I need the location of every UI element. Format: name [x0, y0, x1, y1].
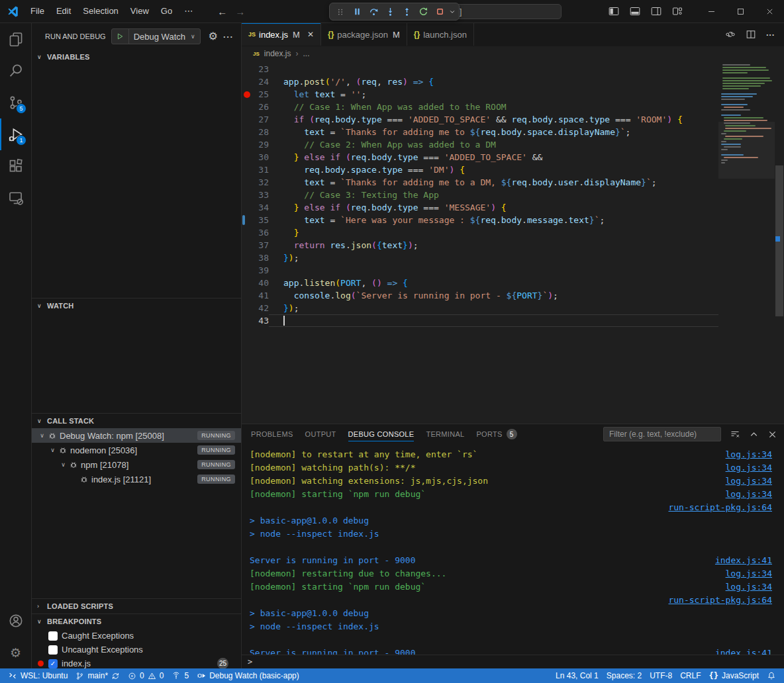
language-mode-indicator[interactable]: {}JavaScript	[705, 671, 763, 680]
close-panel-icon[interactable]	[767, 430, 777, 439]
menu-edit[interactable]: Edit	[50, 4, 77, 19]
tab-index.js[interactable]: JSindex.jsM✕	[242, 23, 321, 46]
source-link[interactable]: log.js:34	[726, 567, 772, 580]
step-into-button[interactable]	[382, 4, 398, 20]
panel-tab-debug-console[interactable]: DEBUG CONSOLE	[342, 424, 420, 444]
breakpoint-row[interactable]: ✓index.js25	[32, 657, 241, 668]
gutter-glyph-margin[interactable]	[242, 214, 250, 226]
call-stack-row[interactable]: ∨nodemon [25036]RUNNING	[32, 443, 241, 457]
step-over-button[interactable]	[366, 4, 381, 20]
panel-tab-output[interactable]: OUTPUT	[299, 424, 342, 444]
open-changes-icon[interactable]	[725, 29, 736, 40]
tab-package.json[interactable]: {}package.jsonM	[321, 23, 407, 46]
step-out-button[interactable]	[399, 4, 415, 20]
explorer-icon[interactable]	[0, 23, 31, 55]
code-line-31[interactable]: 31 req.body.space.type === 'DM') {	[242, 163, 718, 176]
code-line-41[interactable]: 41 console.log(`Server is running in por…	[242, 289, 718, 302]
forwarded-ports-indicator[interactable]: 5	[168, 668, 193, 683]
source-link[interactable]: log.js:34	[726, 580, 772, 594]
code-line-43[interactable]: 43	[242, 314, 718, 327]
gutter-glyph-margin[interactable]	[242, 251, 250, 264]
breakpoint-checkbox[interactable]	[48, 631, 58, 641]
notifications-bell[interactable]	[763, 671, 780, 680]
code-line-35[interactable]: 35 text = `Here was your message : ${req…	[242, 214, 718, 226]
call-stack-section-header[interactable]: ∨ CALL STACK	[32, 414, 241, 428]
chevron-down-icon[interactable]: ∨	[37, 432, 47, 439]
variables-section-header[interactable]: ∨ VARIABLES	[32, 50, 241, 64]
back-arrow-icon[interactable]: ←	[217, 6, 227, 17]
toggle-panel-icon[interactable]	[628, 4, 642, 19]
toggle-sidebar-icon[interactable]	[607, 4, 621, 19]
minimap[interactable]	[718, 61, 775, 424]
start-debug-button[interactable]	[112, 29, 129, 44]
breakpoint-checkbox[interactable]	[48, 645, 58, 655]
watch-section-header[interactable]: ∨ WATCH	[32, 298, 241, 313]
drag-grip-icon[interactable]	[332, 4, 348, 20]
gutter-glyph-margin[interactable]	[242, 138, 250, 151]
gutter-glyph-margin[interactable]	[242, 277, 250, 289]
source-link[interactable]: log.js:34	[726, 488, 772, 501]
maximize-button[interactable]	[726, 0, 755, 23]
source-link[interactable]: index.js:41	[715, 554, 772, 567]
code-line-38[interactable]: 38});	[242, 251, 718, 264]
gutter-glyph-margin[interactable]	[242, 239, 250, 251]
source-link[interactable]: log.js:34	[726, 448, 772, 461]
panel-tab-terminal[interactable]: TERMINAL	[420, 424, 470, 444]
pause-button[interactable]	[349, 4, 365, 20]
restart-button[interactable]	[415, 4, 431, 20]
code-line-33[interactable]: 33 // Case 3: Texting the App	[242, 189, 718, 201]
configure-gear-icon[interactable]: ⚙	[209, 31, 218, 42]
problems-indicator[interactable]: 0 0	[124, 668, 168, 683]
forward-arrow-icon[interactable]: →	[235, 6, 245, 17]
panel-tab-problems[interactable]: PROBLEMS	[245, 424, 299, 444]
code-line-34[interactable]: 34 } else if (req.body.type === 'MESSAGE…	[242, 201, 718, 214]
tab-launch.json[interactable]: {}launch.json	[407, 23, 474, 46]
call-stack-row[interactable]: ∨npm [21078]RUNNING	[32, 457, 241, 472]
code-line-30[interactable]: 30 } else if (req.body.type === 'ADDED_T…	[242, 151, 718, 163]
menu-more[interactable]: ⋯	[178, 4, 199, 19]
code-line-29[interactable]: 29 // Case 2: When App was added to a DM	[242, 138, 718, 151]
breakpoints-section-header[interactable]: ∨ BREAKPOINTS	[32, 614, 241, 629]
menu-go[interactable]: Go	[155, 4, 178, 19]
call-stack-row[interactable]: index.js [21121]RUNNING	[32, 472, 241, 486]
gutter-glyph-margin[interactable]	[242, 126, 250, 138]
chevron-down-icon[interactable]	[448, 4, 456, 20]
console-filter-input[interactable]: Filter (e.g. text, !exclude)	[603, 427, 721, 441]
remote-indicator[interactable]: WSL: Ubuntu	[4, 668, 72, 683]
code-line-23[interactable]: 23	[242, 63, 718, 75]
breakpoint-dot[interactable]	[244, 91, 250, 98]
breadcrumb-symbol[interactable]: ...	[303, 49, 309, 58]
settings-gear-icon[interactable]: ⚙	[0, 637, 31, 668]
gutter-glyph-margin[interactable]	[242, 88, 250, 101]
code-line-24[interactable]: 24app.post('/', (req, res) => {	[242, 75, 718, 88]
source-link[interactable]: run-script-pkg.js:64	[668, 501, 772, 514]
git-branch-indicator[interactable]: main*	[72, 668, 124, 683]
more-actions-icon[interactable]: ···	[223, 32, 234, 42]
minimize-button[interactable]	[697, 0, 726, 23]
source-link[interactable]: index.js:41	[715, 647, 772, 655]
source-link[interactable]: run-script-pkg.js:64	[668, 594, 772, 607]
encoding-indicator[interactable]: UTF-8	[646, 671, 676, 680]
debug-console-output[interactable]: [nodemon] to restart at any time, enter …	[242, 444, 784, 655]
code-editor[interactable]: 2324app.post('/', (req, res) => {25 let …	[242, 61, 784, 424]
gutter-glyph-margin[interactable]	[242, 189, 250, 201]
gutter-glyph-margin[interactable]	[242, 302, 250, 314]
gutter-glyph-margin[interactable]	[242, 113, 250, 126]
eol-indicator[interactable]: CRLF	[676, 671, 705, 680]
close-tab-icon[interactable]: ✕	[307, 30, 314, 39]
code-line-37[interactable]: 37 return res.json({text});	[242, 239, 718, 251]
breakpoint-row[interactable]: Caught Exceptions	[32, 629, 241, 643]
clear-console-icon[interactable]	[730, 429, 740, 439]
more-actions-icon[interactable]: ···	[766, 30, 775, 40]
toggle-secondary-sidebar-icon[interactable]	[649, 4, 663, 19]
cursor-position-indicator[interactable]: Ln 43, Col 1	[552, 671, 603, 680]
source-link[interactable]: log.js:34	[726, 475, 772, 488]
close-window-button[interactable]	[755, 0, 784, 23]
menu-selection[interactable]: Selection	[77, 4, 124, 19]
gutter-glyph-margin[interactable]	[242, 176, 250, 189]
chevron-down-icon[interactable]: ∨	[48, 447, 58, 453]
menu-view[interactable]: View	[124, 4, 155, 19]
remote-explorer-icon[interactable]	[0, 182, 31, 214]
code-line-39[interactable]: 39	[242, 264, 718, 277]
code-line-28[interactable]: 28 text = `Thanks for adding me to ${req…	[242, 126, 718, 138]
